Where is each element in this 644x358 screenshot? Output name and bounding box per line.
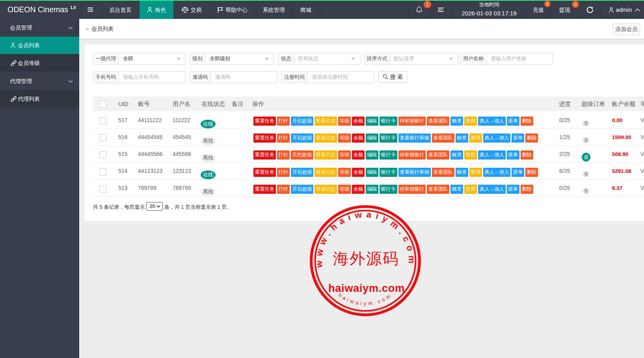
- svg-text:haiwaiym.com: haiwaiym.com: [337, 292, 393, 306]
- svg-text:haiwaiym.com: haiwaiym.com: [328, 282, 405, 294]
- svg-text:海外源码: 海外源码: [333, 250, 399, 267]
